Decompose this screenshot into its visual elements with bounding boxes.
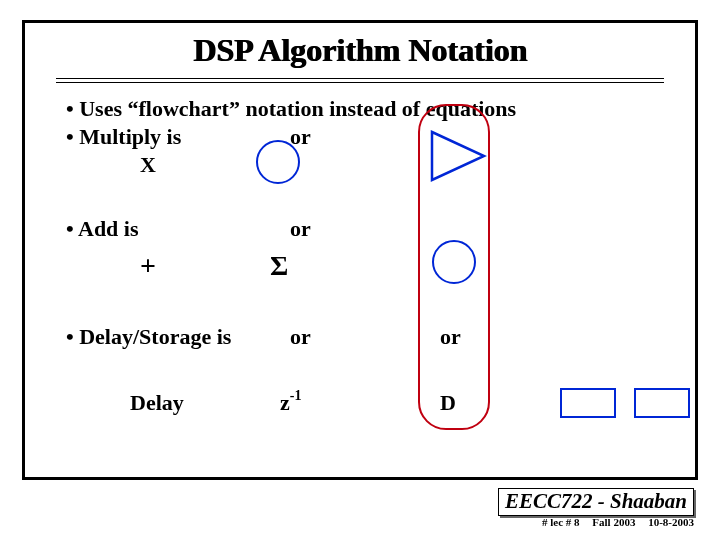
add-sigma-symbol: Σ: [270, 250, 288, 282]
title-rule-1: [56, 78, 664, 79]
bullet-4: • Delay/Storage is: [66, 324, 231, 350]
delay-rect-1-icon: [560, 388, 616, 418]
delay-label: Delay: [130, 390, 184, 416]
bullet-4-or-1: or: [290, 324, 311, 350]
footer-course-tag: EECC722 - Shaaban: [498, 488, 694, 516]
multiply-circle-icon: [256, 140, 300, 184]
footer-lec: # lec # 8: [542, 516, 580, 528]
footer-meta: # lec # 8 Fall 2003 10-8-2003: [532, 516, 694, 528]
bullet-2: • Multiply is: [66, 124, 181, 150]
title-rule-2: [56, 82, 664, 83]
footer-term: Fall 2003: [592, 516, 635, 528]
bullet-3: • Add is: [66, 216, 139, 242]
red-capsule-highlight: [418, 104, 490, 430]
delay-rect-2-icon: [634, 388, 690, 418]
multiply-x-symbol: X: [140, 152, 156, 178]
slide-title: DSP Algorithm Notation: [0, 32, 720, 69]
bullet-3-text: Add is: [78, 216, 139, 241]
footer-date: 10-8-2003: [648, 516, 694, 528]
bullet-3-or: or: [290, 216, 311, 242]
slide: DSP Algorithm Notation • Uses “flowchart…: [0, 0, 720, 540]
delay-z-base: z: [280, 390, 290, 415]
bullet-2-text: Multiply is: [79, 124, 181, 149]
delay-z-exp: -1: [290, 388, 302, 403]
delay-z-symbol: z-1: [280, 390, 301, 416]
add-plus-symbol: +: [140, 250, 156, 282]
bullet-4-text: Delay/Storage is: [79, 324, 231, 349]
